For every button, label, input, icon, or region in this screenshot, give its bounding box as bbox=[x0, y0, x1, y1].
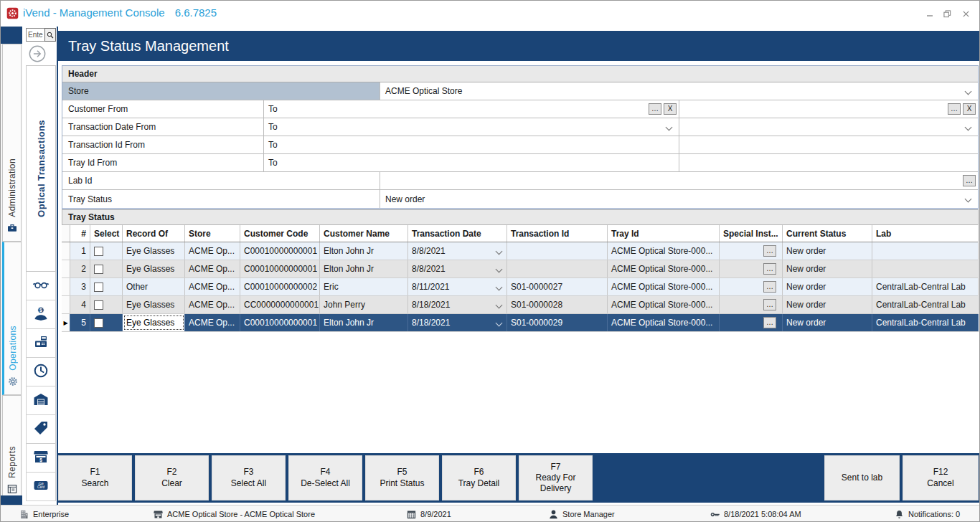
column-header[interactable]: Select bbox=[90, 225, 123, 242]
nav-button-clock[interactable] bbox=[26, 358, 56, 386]
row-marker bbox=[62, 242, 70, 260]
nav-button-eyeglasses[interactable] bbox=[26, 272, 56, 300]
nav-button-warehouse[interactable] bbox=[26, 386, 56, 415]
f2-clear-button[interactable]: F2Clear bbox=[135, 455, 209, 500]
sidebar-tab-label: Operations bbox=[8, 326, 18, 371]
special-instructions-ellipsis-button[interactable]: … bbox=[763, 317, 776, 328]
special-instructions-cell: … bbox=[720, 242, 783, 260]
chevron-down-icon[interactable] bbox=[965, 87, 972, 95]
f4-de-select-all-button[interactable]: F4De-Select All bbox=[288, 455, 362, 500]
column-header[interactable]: Transaction Id bbox=[507, 225, 608, 242]
f3-select-all-button[interactable]: F3Select All bbox=[212, 455, 286, 500]
table-row[interactable]: 2Eye GlassesACME Op...C00010000000001Elt… bbox=[62, 260, 978, 278]
table-row[interactable]: 1Eye GlassesACME Op...C00010000000001Elt… bbox=[62, 242, 978, 260]
special-instructions-ellipsis-button[interactable]: … bbox=[763, 245, 776, 257]
customer-to-field[interactable]: … X bbox=[679, 100, 978, 118]
column-header[interactable]: Customer Code bbox=[240, 225, 320, 242]
clear-x-button[interactable]: X bbox=[664, 103, 677, 115]
column-header[interactable]: Transaction Date bbox=[408, 225, 507, 242]
nav-button-pos-register[interactable] bbox=[26, 329, 56, 358]
nav-button-store-dollar[interactable]: $ bbox=[26, 444, 56, 473]
current-status-cell: New order bbox=[783, 278, 872, 295]
tray-status-dropdown[interactable]: New order bbox=[380, 190, 978, 208]
customer-code-cell: CC0000000000001 bbox=[240, 296, 320, 313]
row-checkbox[interactable] bbox=[94, 300, 103, 310]
svg-text:$: $ bbox=[39, 457, 42, 463]
column-header[interactable]: Store bbox=[185, 225, 240, 242]
store-cell: ACME Op... bbox=[185, 278, 240, 295]
store-dropdown[interactable]: ACME Optical Store bbox=[380, 82, 978, 100]
f6-tray-detail-button[interactable]: F6Tray Detail bbox=[442, 455, 516, 500]
grid-section-title: Tray Status bbox=[62, 209, 979, 225]
special-instructions-ellipsis-button[interactable]: … bbox=[763, 281, 776, 293]
transaction-date-from-field[interactable]: To bbox=[264, 118, 679, 136]
sidebar-tab-administration[interactable]: Administration bbox=[2, 44, 22, 242]
tray-id-from-field[interactable]: To bbox=[264, 154, 679, 171]
column-header[interactable]: Special Inst... bbox=[720, 225, 783, 242]
chevron-down-icon[interactable] bbox=[496, 283, 503, 290]
chevron-down-icon[interactable] bbox=[666, 123, 673, 130]
search-input[interactable] bbox=[26, 28, 44, 42]
clear-x-button[interactable]: X bbox=[963, 103, 976, 115]
special-instructions-ellipsis-button[interactable]: … bbox=[763, 263, 776, 275]
f12-cancel-button[interactable]: F12Cancel bbox=[903, 455, 979, 500]
chevron-down-icon[interactable] bbox=[496, 247, 503, 255]
column-header[interactable]: # bbox=[70, 225, 90, 242]
f1-search-button[interactable]: F1Search bbox=[58, 455, 132, 500]
f7-ready-for-delivery-button[interactable]: F7Ready For Delivery bbox=[519, 455, 593, 500]
lab-id-field[interactable]: … bbox=[380, 172, 978, 189]
special-instructions-cell: … bbox=[720, 296, 783, 313]
nav-button-gift-card[interactable]: GiftCard bbox=[26, 473, 56, 501]
status-item-notifications: Notifications: 0 bbox=[894, 506, 960, 522]
row-checkbox[interactable] bbox=[94, 283, 103, 292]
special-instructions-ellipsis-button[interactable]: … bbox=[763, 299, 776, 310]
nav-button-customer[interactable]: $ bbox=[26, 300, 56, 329]
column-header[interactable]: Current Status bbox=[783, 225, 872, 242]
transaction-date-to-field[interactable] bbox=[679, 118, 978, 136]
form-row-tray-id: Tray Id From To bbox=[62, 154, 978, 172]
table-row[interactable]: ▶5Eye GlassesACME Op...C00010000000001El… bbox=[62, 314, 978, 332]
transaction-id-from-field[interactable]: To bbox=[264, 136, 679, 153]
row-checkbox[interactable] bbox=[94, 247, 103, 256]
sidebar-tab-operations[interactable]: Operations bbox=[2, 242, 22, 395]
chevron-down-icon[interactable] bbox=[496, 301, 503, 308]
chevron-down-icon[interactable] bbox=[965, 196, 972, 203]
page-title: Tray Status Management bbox=[68, 38, 229, 54]
customer-from-field[interactable]: To … X bbox=[264, 100, 679, 118]
f5-print-status-button[interactable]: F5Print Status bbox=[365, 455, 439, 500]
quick-search bbox=[26, 28, 56, 42]
close-button[interactable] bbox=[959, 8, 972, 19]
chevron-down-icon[interactable] bbox=[496, 265, 503, 272]
warehouse-icon bbox=[32, 391, 50, 410]
module-group-optical-transactions[interactable]: Optical Transactions bbox=[26, 65, 56, 272]
lookup-ellipsis-button[interactable]: … bbox=[649, 103, 661, 115]
lookup-ellipsis-button[interactable]: … bbox=[963, 175, 976, 186]
row-checkbox[interactable] bbox=[94, 265, 103, 274]
collapse-arrow-icon[interactable] bbox=[28, 44, 47, 63]
lookup-ellipsis-button[interactable]: … bbox=[948, 103, 961, 115]
search-icon[interactable] bbox=[44, 28, 56, 42]
sidebar-tab-reports[interactable]: Reports bbox=[2, 395, 22, 503]
sent-to-lab-button[interactable]: Sent to lab bbox=[824, 455, 900, 500]
chevron-down-icon[interactable] bbox=[496, 319, 503, 326]
row-checkbox[interactable] bbox=[94, 318, 103, 328]
minimize-button[interactable] bbox=[923, 8, 936, 19]
table-row[interactable]: 4Eye GlassesACME Op...CC0000000000001Joh… bbox=[62, 296, 978, 314]
table-row[interactable]: 3OtherACME Op...C00010000000002Eric8/11/… bbox=[62, 278, 978, 296]
chevron-down-icon[interactable] bbox=[965, 123, 972, 130]
svg-text:Card: Card bbox=[37, 485, 44, 489]
column-header[interactable]: Customer Name bbox=[320, 225, 408, 242]
status-item-label: Store Manager bbox=[562, 510, 615, 518]
transaction-id-to-field[interactable] bbox=[679, 136, 978, 153]
column-header[interactable]: Record Of bbox=[123, 225, 185, 242]
select-cell bbox=[90, 242, 123, 260]
function-key-label: F3 bbox=[243, 467, 253, 478]
store-value: ACME Optical Store bbox=[385, 86, 462, 96]
column-header[interactable]: Tray Id bbox=[608, 225, 720, 242]
column-header[interactable]: Lab bbox=[872, 225, 979, 242]
transaction-date-cell: 8/8/2021 bbox=[408, 242, 507, 260]
nav-button-tag[interactable] bbox=[26, 415, 56, 444]
restore-button[interactable] bbox=[941, 8, 953, 19]
button-label: Ready For Delivery bbox=[519, 473, 592, 494]
tray-id-to-field[interactable] bbox=[679, 154, 978, 171]
